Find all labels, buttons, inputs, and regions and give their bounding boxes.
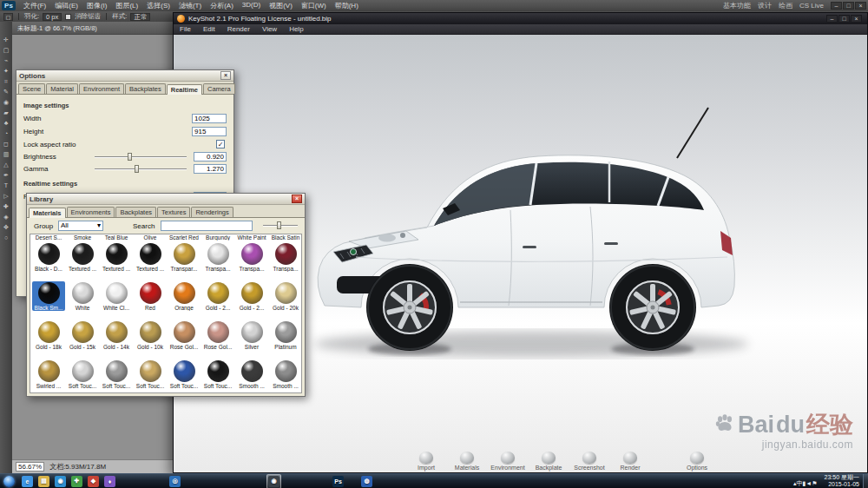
antialias-checkbox[interactable] (65, 14, 71, 20)
ks-toolbar-options[interactable]: Options (681, 452, 713, 471)
path-select-tool-icon[interactable]: ✚ (2, 202, 11, 211)
library-dialog-titlebar[interactable]: Library × (27, 194, 305, 205)
eraser-tool-icon[interactable]: ◻ (2, 140, 11, 148)
material-swatch[interactable]: Gold - 10k (134, 320, 167, 350)
material-swatch[interactable]: Rose Gol... (201, 320, 234, 350)
style-select[interactable]: 正常 (130, 13, 150, 21)
shape-tool-icon[interactable]: ◈ (2, 213, 11, 221)
gradient-tool-icon[interactable]: ▥ (2, 150, 11, 159)
ps-menu-item-10[interactable]: 帮助(H) (331, 1, 363, 10)
material-swatch[interactable]: White (66, 281, 99, 311)
material-swatch[interactable]: Textured ... (134, 242, 167, 272)
workspace-button-1[interactable]: 设计 (758, 1, 772, 10)
ps-menu-item-8[interactable]: 视图(V) (265, 1, 297, 10)
material-swatch[interactable]: Platinum (269, 320, 302, 350)
options-tab-realtime[interactable]: Realtime (167, 84, 202, 95)
quick-select-tool-icon[interactable]: ✦ (2, 67, 11, 76)
options-tab-environment[interactable]: Environment (79, 83, 124, 94)
material-swatch[interactable]: Gold - 2... (201, 281, 234, 311)
ps-close-button[interactable]: × (855, 2, 866, 10)
material-swatch[interactable]: Gold - 15k (66, 320, 99, 350)
keyshot-icon[interactable]: ◉ (266, 474, 281, 488)
lock-aspect-checkbox[interactable]: ✓ (216, 140, 225, 148)
material-swatch[interactable]: Soft Touc... (168, 359, 201, 389)
material-swatch[interactable]: Soft Touc... (134, 359, 167, 389)
ks-toolbar-render[interactable]: Render (614, 452, 647, 471)
pen-tool-icon[interactable]: T (2, 181, 11, 190)
material-swatch[interactable]: Smooth ... (269, 359, 302, 389)
ps-menu-item-3[interactable]: 图层(L) (111, 1, 142, 10)
ps-menu-item-6[interactable]: 分析(A) (206, 1, 238, 10)
options-tab-camera[interactable]: Camera (203, 83, 235, 94)
options-dialog-titlebar[interactable]: Options × (16, 70, 233, 82)
brightness-slider[interactable] (95, 153, 187, 161)
material-swatch[interactable]: Transpar... (168, 242, 201, 272)
brush-tool-icon[interactable]: ▰ (2, 109, 11, 117)
material-swatch[interactable]: Transpa... (201, 242, 234, 272)
ks-toolbar-environment[interactable]: Environment (491, 452, 524, 471)
marquee-tool-icon[interactable]: ▢ (2, 46, 11, 55)
browser-icon[interactable]: ◎ (168, 475, 181, 488)
group-dropdown[interactable]: All ▾ (58, 221, 103, 231)
ps-menu-item-2[interactable]: 图像(I) (82, 1, 112, 10)
material-swatch[interactable]: Gold - 14k (100, 320, 133, 350)
media-player-icon[interactable]: ◉ (54, 475, 67, 488)
ps-menu-item-1[interactable]: 编辑(E) (50, 1, 82, 10)
material-swatch[interactable]: Gold - 18k (32, 320, 65, 350)
material-swatch[interactable]: Silver (235, 320, 268, 350)
photoshop-icon[interactable]: Ps (332, 475, 345, 488)
material-swatch[interactable]: Red (134, 281, 167, 311)
ks-menu-file[interactable]: File (174, 25, 197, 33)
library-tab-materials[interactable]: Materials (29, 208, 66, 218)
workspace-button-2[interactable]: 绘画 (779, 1, 792, 10)
material-swatch[interactable]: Gold - 20k (269, 281, 302, 311)
height-input[interactable]: 915 (192, 127, 227, 136)
library-tab-textures[interactable]: Textures (157, 207, 190, 217)
material-swatch[interactable]: Rose Gol... (168, 320, 201, 350)
internet-explorer-icon[interactable]: e (21, 475, 34, 488)
ps-menu-item-4[interactable]: 选择(S) (142, 1, 174, 10)
clone-stamp-tool-icon[interactable]: ♣ (2, 119, 11, 128)
document-tab[interactable]: 未标题-1 @ 66.7% (RGB/8) (12, 22, 174, 35)
ps-maximize-button[interactable]: □ (843, 2, 854, 10)
crop-tool-icon[interactable]: ⌗ (2, 77, 11, 86)
material-swatch[interactable]: Orange (168, 281, 201, 311)
material-swatch[interactable]: Swirled ... (32, 359, 65, 389)
ps-menu-item-0[interactable]: 文件(F) (19, 1, 50, 10)
gamma-slider[interactable] (95, 165, 187, 173)
thumbnail-size-slider[interactable] (263, 221, 298, 229)
ks-maximize-button[interactable]: □ (838, 15, 850, 23)
ks-menu-render[interactable]: Render (221, 25, 256, 33)
gamma-input[interactable]: 1.270 (194, 164, 227, 174)
action-center-icon[interactable]: ⚑ (812, 480, 817, 486)
brightness-input[interactable]: 0.920 (194, 152, 227, 162)
history-brush-tool-icon[interactable]: ◔ (2, 129, 11, 138)
green-app-icon[interactable]: ✚ (70, 475, 83, 488)
ks-menu-help[interactable]: Help (283, 25, 309, 33)
show-desktop-button[interactable] (863, 474, 868, 488)
cs-live-button[interactable]: CS Live (799, 2, 824, 10)
zoom-level-input[interactable]: 56.67% (16, 462, 44, 472)
material-swatch[interactable]: Smooth ... (235, 359, 268, 389)
options-tab-scene[interactable]: Scene (18, 83, 45, 94)
ks-toolbar-backplate[interactable]: Backplate (532, 452, 565, 471)
material-swatch[interactable]: Soft Touc... (100, 359, 133, 389)
ks-toolbar-import[interactable]: Import (410, 452, 443, 471)
lasso-tool-icon[interactable]: ⌁ (2, 56, 11, 65)
taskbar-clock[interactable]: 23:50 星期一 2015-01-05 (825, 474, 859, 488)
library-close-button[interactable]: × (292, 195, 302, 203)
material-swatch[interactable]: Textured ... (66, 242, 99, 272)
red-app-icon[interactable]: ◆ (87, 475, 100, 488)
eyedropper-tool-icon[interactable]: ✎ (2, 88, 11, 96)
blue-app-icon[interactable]: ◍ (360, 475, 373, 488)
ps-menu-item-7[interactable]: 3D(D) (238, 1, 265, 10)
library-tab-backplates[interactable]: Backplates (115, 207, 156, 217)
material-swatch[interactable]: Transpa... (269, 242, 302, 272)
blur-tool-icon[interactable]: △ (2, 161, 11, 169)
ks-toolbar-materials[interactable]: Materials (450, 452, 483, 471)
start-button[interactable] (3, 476, 15, 487)
zoom-tool-icon[interactable]: ○ (2, 234, 11, 242)
options-tab-backplates[interactable]: Backplates (125, 83, 166, 94)
material-swatch[interactable]: Black Sm... (32, 281, 65, 311)
ks-close-button[interactable]: × (851, 15, 862, 23)
